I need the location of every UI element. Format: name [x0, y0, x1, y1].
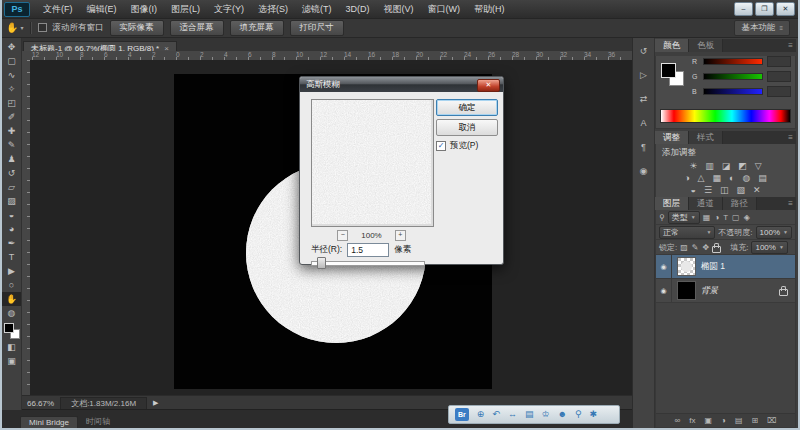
healing-brush-tool[interactable]: ✚ — [2, 124, 21, 138]
tab-mini-bridge[interactable]: Mini Bridge — [20, 416, 78, 428]
ok-button[interactable]: 确定 — [436, 99, 498, 116]
cancel-button[interactable]: 取消 — [436, 119, 498, 136]
adjustment-icon[interactable]: ◑ — [684, 173, 689, 184]
menu-item[interactable]: 图层(L) — [164, 1, 207, 18]
fill-select[interactable]: 100% ▼ — [751, 241, 787, 254]
layer-name[interactable]: 椭圆 1 — [701, 261, 725, 273]
menu-item[interactable]: 文件(F) — [36, 1, 80, 18]
adjustment-icon[interactable]: ▽ — [755, 161, 762, 172]
lock-option-icon[interactable]: ✥ — [703, 243, 710, 252]
layer-style-icon[interactable]: fx — [689, 415, 695, 427]
clone-source-panel-icon[interactable]: ⇄ — [636, 93, 652, 106]
adjustment-icon[interactable]: ▦ — [713, 173, 722, 184]
layer-mask-icon[interactable]: ▣ — [705, 415, 713, 427]
history-panel-icon[interactable]: ↺ — [636, 45, 652, 58]
panel-menu-icon[interactable]: ≡ — [788, 41, 793, 50]
adjustment-icon[interactable]: ☰ — [704, 185, 712, 196]
link-layers-icon[interactable]: ∞ — [675, 415, 681, 427]
menu-item[interactable]: 文字(Y) — [207, 1, 251, 18]
color-spectrum-ramp[interactable] — [660, 109, 791, 123]
radius-slider[interactable] — [311, 261, 425, 266]
adjustment-icon[interactable]: ◪ — [722, 161, 731, 172]
search-icon[interactable]: ⚲ — [575, 407, 582, 422]
adjustment-icon[interactable]: ▧ — [736, 185, 745, 196]
dialog-title-bar[interactable]: 高斯模糊 ✕ — [300, 77, 503, 92]
blur-tool[interactable]: ◒ — [2, 208, 21, 222]
red-slider[interactable] — [703, 58, 763, 65]
radius-input[interactable]: 1.5 — [347, 243, 389, 257]
dialog-close-button[interactable]: ✕ — [477, 79, 500, 92]
zoom-out-button[interactable]: − — [337, 230, 348, 241]
adjustment-layer-icon[interactable]: ◑ — [721, 415, 726, 427]
bridge-icon[interactable]: Br — [455, 408, 469, 421]
option-button[interactable]: 实际像素 — [110, 20, 164, 36]
panels-icon[interactable]: ▤ — [525, 407, 534, 422]
menu-item[interactable]: 滤镜(T) — [295, 1, 339, 18]
blue-slider[interactable] — [703, 88, 763, 95]
crop-tool[interactable]: ◰ — [2, 96, 21, 110]
eraser-tool[interactable]: ▱ — [2, 180, 21, 194]
layer-thumbnail[interactable] — [677, 257, 696, 276]
layer-name[interactable]: 背景 — [701, 285, 718, 297]
current-tool-indicator[interactable]: ✋ ▾ — [6, 22, 24, 33]
option-button[interactable]: 适合屏幕 — [170, 20, 224, 36]
zoom-tool[interactable]: ◍ — [2, 306, 21, 320]
tab-swatches[interactable]: 色板 — [689, 39, 723, 52]
lock-all-icon[interactable] — [712, 246, 721, 253]
layer-thumbnail[interactable] — [677, 281, 696, 300]
lock-option-icon[interactable]: ✎ — [692, 243, 699, 252]
adjustment-icon[interactable]: ◫ — [720, 185, 729, 196]
rotate-icon[interactable]: ↶ — [492, 407, 500, 422]
pan-icon[interactable]: ⊕ — [477, 407, 485, 422]
opacity-select[interactable]: 100% ▼ — [756, 226, 792, 239]
lasso-tool[interactable]: ∿ — [2, 68, 21, 82]
foreground-background-swatches[interactable] — [2, 322, 21, 340]
layer-row-background[interactable]: ◉ 背景 — [656, 279, 795, 303]
adjustment-icon[interactable]: ▤ — [758, 173, 767, 184]
menu-item[interactable]: 窗口(W) — [421, 1, 468, 18]
ellipse-tool[interactable]: ○ — [2, 278, 21, 292]
workspace-switcher[interactable]: 基本功能 ≡ — [734, 20, 790, 36]
layer-row-ellipse-1[interactable]: ◉ 椭圆 1 — [656, 255, 795, 279]
dodge-tool[interactable]: ◕ — [2, 222, 21, 236]
pen-tool[interactable]: ✒ — [2, 236, 21, 250]
tab-paths[interactable]: 路径 — [723, 197, 757, 210]
screen-mode-button[interactable]: ▣ — [2, 354, 21, 368]
close-button[interactable]: ✕ — [776, 2, 795, 16]
blend-mode-select[interactable]: 正常 ▼ — [659, 226, 715, 239]
filter-icon[interactable]: ▢ — [732, 213, 740, 222]
adjustment-icon[interactable]: ☀ — [689, 161, 697, 172]
tab-styles[interactable]: 样式 — [689, 131, 723, 144]
settings-icon[interactable]: ✱ — [590, 407, 598, 422]
green-value-field[interactable] — [767, 71, 791, 82]
new-layer-icon[interactable]: ⊞ — [751, 415, 758, 427]
preview-checkbox[interactable]: ✓ — [436, 141, 446, 151]
menu-item[interactable]: 帮助(H) — [467, 1, 512, 18]
filter-icon[interactable]: T — [723, 213, 728, 222]
adjustment-icon[interactable]: ◐ — [729, 173, 734, 184]
user-icon[interactable]: ☻ — [557, 407, 566, 422]
quick-mask-button[interactable]: ◧ — [2, 340, 21, 354]
scroll-all-windows-checkbox[interactable] — [38, 23, 47, 32]
adjustment-icon[interactable]: ◩ — [738, 161, 747, 172]
arrows-icon[interactable]: ↔ — [508, 407, 517, 422]
red-value-field[interactable] — [767, 56, 791, 67]
menu-item[interactable]: 3D(D) — [339, 1, 377, 18]
layer-visibility-toggle[interactable]: ◉ — [656, 255, 672, 278]
filter-icon[interactable]: ▦ — [703, 213, 711, 222]
marquee-tool[interactable]: ▢ — [2, 54, 21, 68]
menu-item[interactable]: 选择(S) — [251, 1, 295, 18]
panel-menu-icon[interactable]: ≡ — [788, 133, 793, 142]
minimize-button[interactable]: – — [734, 2, 753, 16]
tab-color[interactable]: 颜色 — [655, 39, 689, 52]
tab-channels[interactable]: 通道 — [689, 197, 723, 210]
adjustment-icon[interactable]: ▥ — [705, 161, 714, 172]
foreground-color-swatch[interactable] — [661, 63, 676, 78]
foreground-color-swatch[interactable] — [4, 323, 14, 333]
lock-option-icon[interactable]: ▨ — [680, 243, 688, 252]
type-tool[interactable]: T — [2, 250, 21, 264]
color-panel-swatches[interactable] — [661, 63, 687, 89]
adjustment-icon[interactable]: ◒ — [690, 185, 695, 196]
brush-tool[interactable]: ✎ — [2, 138, 21, 152]
panel-menu-icon[interactable]: ≡ — [788, 199, 793, 208]
